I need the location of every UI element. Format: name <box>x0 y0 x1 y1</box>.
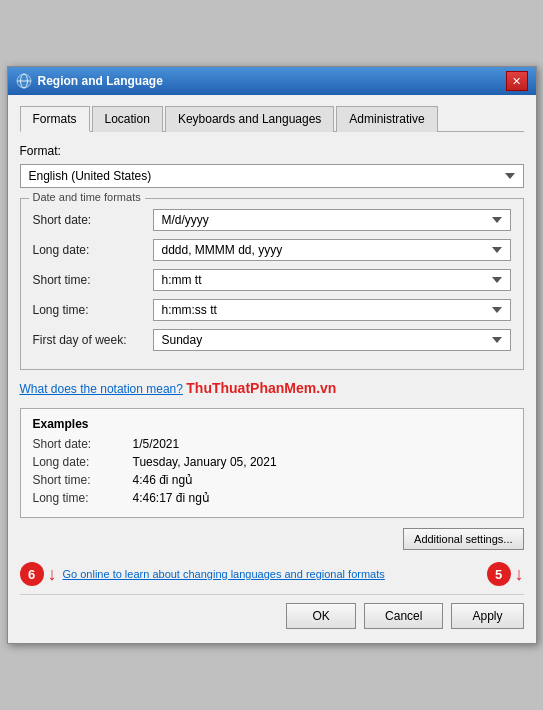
format-label: Format: <box>20 144 524 158</box>
long-time-dropdown[interactable]: h:mm:ss tt <box>153 299 511 321</box>
window-body: Formats Location Keyboards and Languages… <box>8 95 536 643</box>
long-time-label: Long time: <box>33 303 153 317</box>
example-short-time: Short time: 4:46 đi ngủ <box>33 473 511 487</box>
title-bar-left: Region and Language <box>16 73 163 89</box>
cancel-button[interactable]: Cancel <box>364 603 443 629</box>
tab-administrative[interactable]: Administrative <box>336 106 437 132</box>
examples-box: Examples Short date: 1/5/2021 Long date:… <box>20 408 524 518</box>
bottom-section: Additional settings... <box>20 528 524 558</box>
bottom-link-area: 6 ↓ Go online to learn about changing la… <box>20 562 524 586</box>
first-day-row: First day of week: Sunday <box>33 329 511 351</box>
tab-keyboards[interactable]: Keyboards and Languages <box>165 106 334 132</box>
first-day-dropdown[interactable]: Sunday <box>153 329 511 351</box>
example-long-time-label: Long time: <box>33 491 133 505</box>
example-long-date: Long date: Tuesday, January 05, 2021 <box>33 455 511 469</box>
example-short-date-value: 1/5/2021 <box>133 437 180 451</box>
long-date-dropdown[interactable]: dddd, MMMM dd, yyyy <box>153 239 511 261</box>
apply-button[interactable]: Apply <box>451 603 523 629</box>
long-time-row: Long time: h:mm:ss tt <box>33 299 511 321</box>
notation-link[interactable]: What does the notation mean? <box>20 382 183 396</box>
bottom-link[interactable]: Go online to learn about changing langua… <box>63 568 481 580</box>
example-long-time-value: 4:46:17 đi ngủ <box>133 491 210 505</box>
notation-area: What does the notation mean? ThuThuatPha… <box>20 380 524 404</box>
example-short-date: Short date: 1/5/2021 <box>33 437 511 451</box>
example-long-date-value: Tuesday, January 05, 2021 <box>133 455 277 469</box>
tab-location[interactable]: Location <box>92 106 163 132</box>
short-date-label: Short date: <box>33 213 153 227</box>
datetime-group: Date and time formats Short date: M/d/yy… <box>20 198 524 370</box>
apply-badge: 5 <box>487 562 511 586</box>
additional-settings-button[interactable]: Additional settings... <box>403 528 523 550</box>
ok-badge: 6 <box>20 562 44 586</box>
tab-formats[interactable]: Formats <box>20 106 90 132</box>
window-title: Region and Language <box>38 74 163 88</box>
examples-title: Examples <box>33 417 511 431</box>
ok-button[interactable]: OK <box>286 603 356 629</box>
window-icon <box>16 73 32 89</box>
apply-badge-container: 5 ↓ <box>487 562 524 586</box>
title-buttons: ✕ <box>506 71 528 91</box>
first-day-label: First day of week: <box>33 333 153 347</box>
short-date-row: Short date: M/d/yyyy <box>33 209 511 231</box>
watermark: ThuThuatPhanMem.vn <box>186 380 336 396</box>
example-long-date-label: Long date: <box>33 455 133 469</box>
example-short-date-label: Short date: <box>33 437 133 451</box>
format-dropdown[interactable]: English (United States) <box>20 164 524 188</box>
example-short-time-value: 4:46 đi ngủ <box>133 473 194 487</box>
ok-arrow-icon: ↓ <box>48 565 57 583</box>
short-time-label: Short time: <box>33 273 153 287</box>
apply-arrow-icon: ↓ <box>515 565 524 583</box>
example-long-time: Long time: 4:46:17 đi ngủ <box>33 491 511 505</box>
short-time-row: Short time: h:mm tt <box>33 269 511 291</box>
ok-badge-container: 6 ↓ <box>20 562 57 586</box>
close-button[interactable]: ✕ <box>506 71 528 91</box>
format-row: Format: English (United States) <box>20 144 524 188</box>
group-title: Date and time formats <box>29 191 145 203</box>
example-short-time-label: Short time: <box>33 473 133 487</box>
footer-buttons: OK Cancel Apply <box>20 594 524 633</box>
long-date-label: Long date: <box>33 243 153 257</box>
short-time-dropdown[interactable]: h:mm tt <box>153 269 511 291</box>
tabs-bar: Formats Location Keyboards and Languages… <box>20 105 524 132</box>
window: Region and Language ✕ Formats Location K… <box>7 66 537 644</box>
short-date-dropdown[interactable]: M/d/yyyy <box>153 209 511 231</box>
long-date-row: Long date: dddd, MMMM dd, yyyy <box>33 239 511 261</box>
title-bar: Region and Language ✕ <box>8 67 536 95</box>
